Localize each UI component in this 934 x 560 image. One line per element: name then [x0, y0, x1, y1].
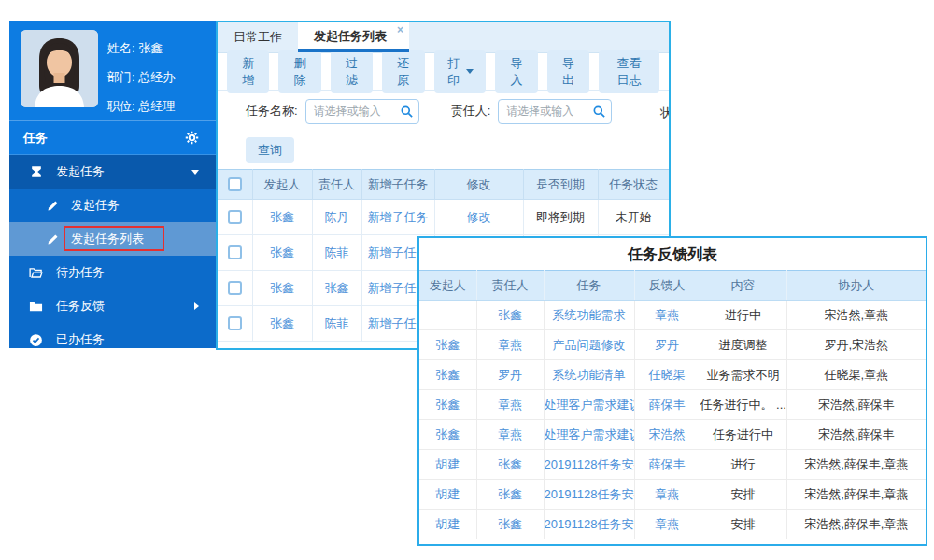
row-checkbox[interactable]	[228, 316, 242, 330]
table-row: 张鑫章燕产品问题修改罗丹进度调整罗丹,宋浩然	[419, 330, 926, 360]
cell-link[interactable]: 胡建	[419, 450, 476, 480]
cell-link[interactable]: 修改	[434, 200, 523, 235]
sidebar-item-label: 发起任务	[56, 163, 105, 180]
cell-link[interactable]: 章燕	[476, 390, 544, 420]
toolbar-button[interactable]: 新增	[227, 50, 269, 93]
cell-link[interactable]: 张鑫	[419, 330, 476, 360]
tab-daily-work[interactable]: 日常工作	[218, 22, 298, 52]
toolbar-button[interactable]: 还原	[382, 50, 424, 93]
toolbar-button-label: 新增	[239, 55, 257, 89]
cell-link[interactable]: 陈丹	[312, 200, 361, 235]
cell-link[interactable]: 张鑫	[476, 480, 544, 510]
cell-text: 未开始	[598, 200, 669, 235]
cell-link[interactable]: 张鑫	[476, 450, 544, 480]
cell-link[interactable]: 章燕	[476, 420, 544, 450]
header-checkbox-cell	[218, 170, 252, 200]
cell-link[interactable]: 系统功能清单	[544, 360, 634, 390]
avatar	[21, 30, 98, 107]
toolbar-button[interactable]: 导出	[547, 50, 589, 93]
search-icon[interactable]	[400, 105, 414, 121]
gear-icon[interactable]	[185, 131, 199, 145]
cell-link[interactable]: 张鑫	[252, 306, 312, 342]
column-header: 任务	[544, 271, 634, 301]
close-icon[interactable]: ×	[397, 23, 403, 36]
toolbar-button[interactable]: 过滤	[331, 50, 373, 93]
cell-link[interactable]: 陈菲	[312, 235, 361, 271]
query-button-label: 查询	[258, 142, 282, 159]
table-row: 张鑫章燕处理客户需求建议薛保丰任务进行中。 ...宋浩然,薛保丰	[419, 390, 926, 420]
cell-link[interactable]: 章燕	[476, 330, 544, 360]
cell-link[interactable]: 胡建	[419, 510, 476, 539]
toolbar-button-label: 查看日志	[611, 55, 647, 89]
cell-text: 即将到期	[523, 200, 598, 235]
cell-link[interactable]: 陈菲	[312, 306, 361, 342]
cell-link[interactable]: 系统功能需求	[544, 301, 634, 330]
cell-link[interactable]: 章燕	[634, 510, 700, 539]
sidebar-item-initiate-task-group[interactable]: 发起任务	[9, 155, 216, 189]
cell-text: 进行中	[700, 301, 786, 330]
toolbar-button[interactable]: 导入	[495, 50, 537, 93]
cell-text: 宋浩然,薛保丰,章燕	[786, 450, 926, 480]
cell-link[interactable]: 张鑫	[419, 360, 476, 390]
sidebar-item-task-feedback[interactable]: 任务反馈	[9, 289, 216, 323]
column-header: 协办人	[786, 271, 926, 301]
cell-link[interactable]: 章燕	[634, 301, 700, 330]
query-button[interactable]: 查询	[246, 137, 294, 163]
column-header: 反馈人	[634, 271, 700, 301]
cell-link[interactable]: 新增子任务	[361, 200, 434, 235]
cell-link[interactable]: 张鑫	[419, 390, 476, 420]
table-row: 胡建张鑫20191128任务安排章燕安排宋浩然,薛保丰,章燕	[419, 510, 926, 539]
sidebar-section-title: 任务	[23, 130, 48, 147]
cell-text: 进度调整	[700, 330, 786, 360]
cell-link[interactable]: 产品问题修改	[544, 330, 634, 360]
toolbar-button[interactable]: 查看日志	[599, 50, 659, 93]
cell-link[interactable]: 宋浩然	[634, 420, 700, 450]
feedback-popup: 任务反馈列表 发起人责任人任务反馈人内容协办人 张鑫系统功能需求章燕进行中宋浩然…	[417, 236, 927, 546]
cell-text: 宋浩然,章燕	[786, 301, 926, 330]
cell-link[interactable]: 章燕	[634, 480, 700, 510]
search-icon[interactable]	[592, 105, 606, 121]
table-header-row: 发起人责任人新增子任务修改是否到期任务状态	[218, 170, 669, 200]
row-checkbox[interactable]	[228, 210, 242, 224]
tab-initiate-task-list[interactable]: 发起任务列表 ×	[298, 22, 409, 52]
cell-link[interactable]: 罗丹	[476, 360, 544, 390]
cell-link[interactable]: 张鑫	[419, 420, 476, 450]
folder-open-icon	[28, 266, 44, 280]
cell-link[interactable]: 20191128任务安排	[544, 450, 634, 480]
cell-link[interactable]: 胡建	[419, 480, 476, 510]
cell-text: 安排	[700, 480, 786, 510]
sidebar-item-done-tasks[interactable]: 已办任务	[9, 323, 216, 348]
sidebar-section-tasks: 任务	[9, 121, 216, 155]
select-all-checkbox[interactable]	[228, 177, 242, 191]
row-checkbox[interactable]	[228, 281, 242, 295]
cell-text: 宋浩然,薛保丰,章燕	[786, 480, 926, 510]
cell-link[interactable]: 张鑫	[252, 271, 312, 306]
cell-link[interactable]: 20191128任务安排	[544, 480, 634, 510]
cell-link[interactable]: 任晓渠	[634, 360, 700, 390]
sidebar-item-initiate-task[interactable]: 发起任务	[9, 189, 216, 222]
pencil-icon	[45, 200, 61, 212]
cell-link[interactable]: 张鑫	[252, 200, 312, 235]
sidebar-item-todo-tasks[interactable]: 待办任务	[9, 256, 216, 289]
cell-link[interactable]: 处理客户需求建议	[544, 420, 634, 450]
sidebar-item-initiate-task-list[interactable]: 发起任务列表	[9, 222, 216, 256]
cell-link[interactable]: 20191128任务安排	[544, 510, 634, 539]
tab-label: 发起任务列表	[314, 28, 387, 45]
cell-link[interactable]: 罗丹	[634, 330, 700, 360]
cell-link[interactable]: 张鑫	[252, 235, 312, 271]
cell-text: 任务进行中。 ...	[700, 390, 786, 420]
toolbar-button[interactable]: 删除	[278, 50, 320, 93]
cell-link[interactable]: 处理客户需求建议	[544, 390, 634, 420]
filter-row: 任务名称: 责任人: 状态:	[218, 91, 669, 132]
cell-link[interactable]: 张鑫	[476, 510, 544, 539]
toolbar-button[interactable]: 打印	[434, 50, 487, 93]
cell-link[interactable]: 张鑫	[312, 271, 361, 306]
row-checkbox[interactable]	[228, 245, 242, 259]
sidebar-item-label: 待办任务	[56, 264, 105, 281]
cell-link[interactable]: 薛保丰	[634, 390, 700, 420]
cell-link[interactable]: 薛保丰	[634, 450, 700, 480]
caret-down-icon	[466, 69, 474, 74]
profile-position: 职位: 总经理	[107, 91, 175, 120]
cell-link[interactable]: 张鑫	[476, 301, 544, 330]
toolbar-button-label: 导入	[507, 55, 525, 89]
